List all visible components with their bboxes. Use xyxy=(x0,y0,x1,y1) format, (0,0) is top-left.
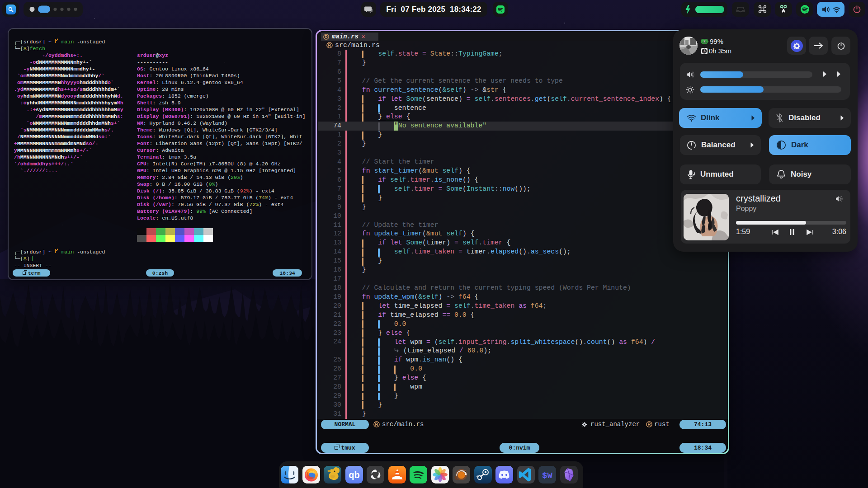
svg-text:qb: qb xyxy=(349,470,359,480)
svg-text:$W: $W xyxy=(542,471,552,481)
